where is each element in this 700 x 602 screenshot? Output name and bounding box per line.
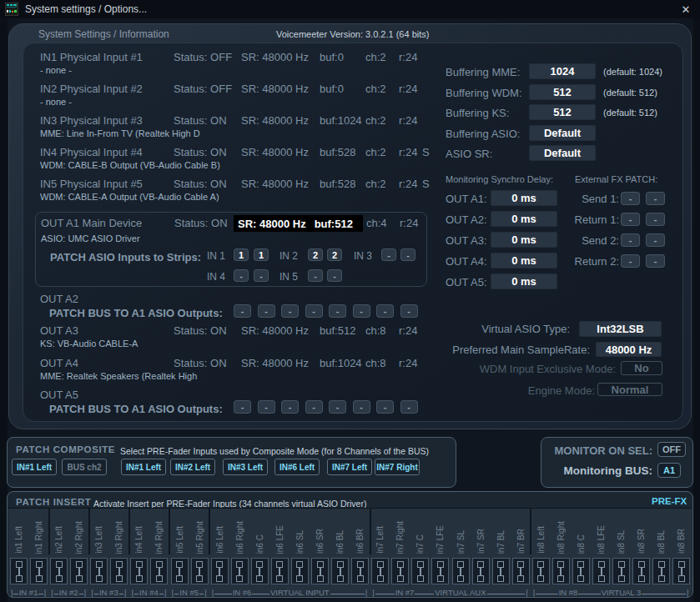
insert-group-separator bbox=[169, 508, 170, 554]
composite-button[interactable]: IN#1 Left bbox=[12, 459, 57, 475]
patch-asio-button[interactable]: 2 bbox=[308, 248, 323, 261]
patch-bus-button[interactable]: - bbox=[281, 400, 299, 414]
insert-checkbox[interactable] bbox=[311, 558, 329, 584]
close-icon[interactable]: ✕ bbox=[678, 2, 693, 17]
patch-bus-button[interactable]: - bbox=[376, 304, 394, 318]
patch-bus-button[interactable]: - bbox=[234, 400, 251, 414]
insert-checkbox[interactable] bbox=[612, 558, 630, 584]
patch-bus-button[interactable]: - bbox=[353, 400, 370, 414]
insert-checkbox[interactable] bbox=[371, 558, 389, 584]
buffering-value[interactable]: 1024 bbox=[529, 63, 596, 79]
insert-checkbox[interactable] bbox=[10, 558, 28, 584]
device-channels: ch:2 bbox=[365, 83, 386, 95]
insert-checkbox[interactable] bbox=[552, 558, 570, 584]
patch-asio-button[interactable]: 2 bbox=[327, 248, 342, 261]
setting-value[interactable]: Int32LSB bbox=[579, 321, 662, 337]
insert-checkbox[interactable] bbox=[211, 558, 229, 584]
insert-checkbox[interactable] bbox=[30, 558, 48, 584]
insert-checkbox[interactable] bbox=[532, 558, 550, 584]
patch-bus-button[interactable]: - bbox=[305, 400, 323, 414]
composite-button[interactable]: IN#3 Left bbox=[223, 459, 268, 475]
buffering-value[interactable]: 512 bbox=[529, 84, 596, 100]
insert-checkbox[interactable] bbox=[331, 558, 349, 584]
patch-asio-in-label: IN 5 bbox=[279, 271, 298, 283]
patch-bus-button[interactable]: - bbox=[258, 400, 275, 414]
buffering-value[interactable]: Default bbox=[529, 125, 596, 141]
fx-button[interactable]: - bbox=[646, 192, 665, 205]
delay-value[interactable]: 0 ms bbox=[491, 273, 557, 289]
composite-button[interactable]: IN#7 Right bbox=[375, 459, 420, 475]
patch-bus-button[interactable]: - bbox=[258, 304, 275, 318]
composite-button[interactable]: IN#1 Left bbox=[121, 459, 166, 475]
setting-value[interactable]: No bbox=[621, 361, 662, 375]
fx-button[interactable]: - bbox=[646, 254, 665, 268]
insert-checkbox[interactable] bbox=[150, 558, 168, 584]
composite-button[interactable]: IN#6 Left bbox=[274, 459, 320, 475]
fx-button[interactable]: - bbox=[621, 233, 640, 247]
patch-bus-button[interactable]: - bbox=[400, 400, 418, 414]
monitor-on-sel-button[interactable]: OFF bbox=[657, 442, 686, 457]
patch-asio-button[interactable]: - bbox=[234, 269, 249, 282]
insert-checkbox[interactable] bbox=[90, 558, 108, 584]
insert-checkbox[interactable] bbox=[472, 558, 490, 584]
composite-button[interactable]: IN#2 Left bbox=[170, 459, 215, 475]
fx-button[interactable]: - bbox=[646, 213, 665, 226]
insert-checkbox[interactable] bbox=[351, 558, 369, 584]
insert-checkbox[interactable] bbox=[50, 558, 68, 584]
monitoring-bus-button[interactable]: A1 bbox=[657, 463, 681, 478]
insert-channel-label: in4 Right bbox=[149, 510, 169, 554]
buffering-value[interactable]: 512 bbox=[529, 104, 596, 120]
patch-bus-button[interactable]: - bbox=[329, 304, 346, 318]
patch-asio-button[interactable]: - bbox=[254, 269, 269, 282]
fx-button[interactable]: - bbox=[646, 233, 665, 247]
insert-checkbox[interactable] bbox=[492, 558, 510, 584]
patch-asio-button[interactable]: 1 bbox=[234, 248, 249, 261]
composite-button[interactable]: IN#7 Left bbox=[327, 459, 372, 475]
patch-asio-button[interactable]: - bbox=[381, 248, 396, 261]
pre-fx-tab[interactable]: PRE-FX bbox=[652, 496, 687, 506]
insert-checkbox[interactable] bbox=[592, 558, 610, 584]
insert-checkbox[interactable] bbox=[251, 558, 269, 584]
setting-value[interactable]: Normal bbox=[597, 383, 662, 396]
insert-checkbox[interactable] bbox=[70, 558, 88, 584]
delay-value[interactable]: 0 ms bbox=[491, 190, 557, 206]
insert-checkbox[interactable] bbox=[652, 558, 670, 584]
composite-button[interactable]: BUS ch2 bbox=[62, 459, 107, 475]
insert-checkbox[interactable] bbox=[431, 558, 449, 584]
fx-button[interactable]: - bbox=[621, 192, 640, 205]
delay-value[interactable]: 0 ms bbox=[491, 211, 557, 227]
fx-button[interactable]: - bbox=[621, 213, 640, 226]
patch-asio-button[interactable]: - bbox=[308, 269, 323, 282]
buffering-value[interactable]: Default bbox=[529, 145, 596, 161]
patch-asio-button[interactable]: 1 bbox=[254, 248, 269, 261]
insert-checkbox[interactable] bbox=[411, 558, 429, 584]
patch-bus-button[interactable]: - bbox=[281, 304, 299, 318]
insert-checkbox[interactable] bbox=[191, 558, 209, 584]
insert-checkbox[interactable] bbox=[110, 558, 128, 584]
insert-checkbox[interactable] bbox=[291, 558, 309, 584]
patch-bus-button[interactable]: - bbox=[234, 304, 251, 318]
insert-checkbox[interactable] bbox=[672, 558, 690, 584]
patch-asio-button[interactable]: - bbox=[400, 248, 415, 261]
fx-button[interactable]: - bbox=[621, 254, 640, 268]
device-name: IN2 Physical Input #2 bbox=[40, 83, 143, 95]
insert-checkbox[interactable] bbox=[391, 558, 409, 584]
insert-checkbox[interactable] bbox=[452, 558, 470, 584]
insert-checkbox[interactable] bbox=[632, 558, 650, 584]
patch-bus-button[interactable]: - bbox=[353, 304, 370, 318]
device-channels: ch:2 bbox=[365, 178, 386, 190]
insert-checkbox[interactable] bbox=[231, 558, 249, 584]
patch-bus-button[interactable]: - bbox=[400, 304, 418, 318]
patch-bus-button[interactable]: - bbox=[305, 304, 323, 318]
insert-checkbox[interactable] bbox=[130, 558, 148, 584]
insert-checkbox[interactable] bbox=[572, 558, 590, 584]
insert-checkbox[interactable] bbox=[171, 558, 189, 584]
setting-value[interactable]: 48000 Hz bbox=[596, 342, 662, 357]
patch-bus-button[interactable]: - bbox=[329, 400, 346, 414]
insert-checkbox[interactable] bbox=[271, 558, 289, 584]
delay-value[interactable]: 0 ms bbox=[491, 253, 557, 268]
delay-value[interactable]: 0 ms bbox=[491, 232, 557, 248]
patch-asio-button[interactable]: - bbox=[327, 269, 342, 282]
insert-checkbox[interactable] bbox=[512, 558, 530, 584]
patch-bus-button[interactable]: - bbox=[376, 400, 394, 414]
